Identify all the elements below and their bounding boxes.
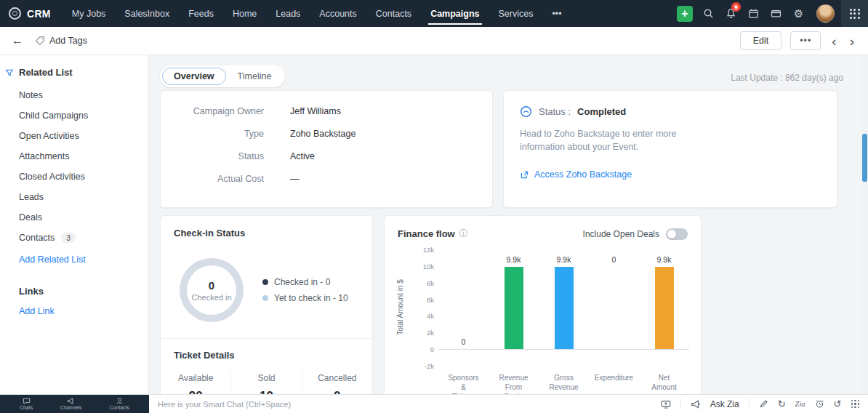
- nav-item-more[interactable]: •••: [542, 0, 571, 27]
- sidebar-item-contacts[interactable]: Contacts 3: [0, 228, 148, 248]
- nav-item-accounts[interactable]: Accounts: [310, 0, 366, 27]
- notification-count-badge: 9: [731, 2, 741, 12]
- tag-icon: [35, 36, 45, 46]
- history-icon[interactable]: ↺: [834, 399, 842, 409]
- sidebar-item-open-activities[interactable]: Open Activities: [0, 126, 148, 146]
- sidebar-item-attachments[interactable]: Attachments: [0, 146, 148, 167]
- finance-chart-bar[interactable]: [555, 267, 574, 349]
- tab-overview[interactable]: Overview: [162, 68, 226, 85]
- separator: [749, 398, 750, 409]
- detail-value-type[interactable]: Zoho Backstage: [290, 129, 355, 139]
- zia-icon[interactable]: Zia: [795, 400, 805, 408]
- dock-label: Chats: [20, 405, 33, 411]
- sidebar-item-label: Deals: [19, 212, 42, 222]
- related-list-title: Related List: [19, 67, 73, 78]
- chat-apps-grid-icon[interactable]: [851, 400, 860, 409]
- nav-item-home[interactable]: Home: [223, 0, 266, 27]
- detail-row: Campaign Owner Jeff Williams: [161, 106, 492, 116]
- checkin-status-card: Check-in Status 0 Checked in Checked in …: [160, 215, 373, 394]
- finance-chart-category-label: Sponsors&Tickets: [438, 373, 489, 394]
- finance-chart-bar[interactable]: [505, 267, 523, 349]
- add-related-list-link[interactable]: Add Related List: [0, 248, 148, 271]
- announcement-icon[interactable]: [691, 399, 701, 409]
- megaphone-icon: [67, 397, 75, 405]
- brand-name: CRM: [27, 8, 51, 20]
- tab-timeline[interactable]: Timeline: [226, 68, 284, 85]
- finance-chart-value-label: 9.9k: [657, 255, 672, 264]
- user-avatar[interactable]: [816, 4, 835, 23]
- more-actions-button[interactable]: •••: [790, 31, 821, 50]
- backstage-status-label: Status :: [539, 106, 571, 117]
- nav-item-feeds[interactable]: Feeds: [179, 0, 223, 27]
- finance-chart-value-label: 9.9k: [557, 255, 571, 264]
- nav-item-leads[interactable]: Leads: [266, 0, 310, 27]
- last-update-text: Last Update : 862 day(s) ago: [731, 73, 843, 83]
- finance-chart-yticks: 12k10k8k6k4k2k0-2k: [406, 246, 434, 377]
- payments-card-icon[interactable]: [765, 0, 787, 27]
- nav-item-campaigns[interactable]: Campaigns: [421, 0, 489, 27]
- vertical-scrollbar-thumb[interactable]: [862, 134, 867, 182]
- sidebar-item-label: Leads: [19, 192, 44, 202]
- previous-record-button[interactable]: ‹: [829, 34, 838, 48]
- contacts-count-badge: 3: [61, 233, 76, 243]
- navbar-actions: + 9 ⚙: [672, 0, 868, 27]
- nav-item-my-jobs[interactable]: My Jobs: [63, 0, 116, 27]
- dock-item-chats[interactable]: Chats: [20, 397, 33, 411]
- brand[interactable]: CRM: [0, 7, 63, 20]
- edit-button[interactable]: Edit: [740, 31, 782, 50]
- ticket-details-title: Ticket Details: [161, 350, 372, 361]
- ask-zia-button[interactable]: Ask Zia: [710, 399, 739, 409]
- checkin-donut-chart[interactable]: 0 Checked in: [180, 258, 244, 322]
- access-backstage-link[interactable]: Access Zoho Backstage: [520, 169, 821, 180]
- sidebar-item-closed-activities[interactable]: Closed Activities: [0, 167, 148, 187]
- dock-item-channels[interactable]: Channels: [60, 397, 82, 411]
- next-record-button[interactable]: ›: [848, 34, 856, 48]
- add-link-link[interactable]: Add Link: [0, 300, 148, 323]
- search-icon[interactable]: [697, 0, 720, 27]
- alarm-clock-icon[interactable]: [815, 399, 824, 409]
- dock-item-contacts[interactable]: Contacts: [109, 397, 129, 411]
- add-tags-button[interactable]: Add Tags: [35, 36, 87, 46]
- finance-chart-value-label: 9.9k: [507, 255, 521, 264]
- finance-header: Finance flow ⓘ Include Open Deals: [398, 228, 688, 240]
- nav-item-salesinbox[interactable]: SalesInbox: [115, 0, 179, 27]
- back-button[interactable]: ←: [12, 34, 23, 47]
- finance-chart-bar[interactable]: [655, 267, 674, 349]
- filter-icon[interactable]: [5, 68, 14, 77]
- detail-value-status[interactable]: Active: [290, 151, 315, 161]
- detail-row: Type Zoho Backstage: [161, 129, 492, 139]
- apps-grid-icon[interactable]: [841, 0, 868, 27]
- sidebar-item-deals[interactable]: Deals: [0, 207, 148, 228]
- calendar-icon[interactable]: [742, 0, 765, 27]
- legend-label: Yet to check in - 10: [274, 293, 348, 303]
- settings-gear-icon[interactable]: ⚙: [787, 0, 810, 27]
- nav-item-services[interactable]: Services: [489, 0, 543, 27]
- app-window: CRM My Jobs SalesInbox Feeds Home Leads …: [0, 0, 868, 413]
- nav-item-contacts[interactable]: Contacts: [366, 0, 421, 27]
- finance-chart-plot: 09.9k9.9k09.9k: [438, 249, 689, 366]
- backstage-description: Head to Zoho Backstage to enter more inf…: [520, 127, 691, 153]
- finance-chart-ytick: 4k: [406, 312, 434, 320]
- quick-create-button[interactable]: +: [677, 6, 693, 22]
- detail-label: Campaign Owner: [161, 106, 264, 116]
- detail-label: Actual Cost: [161, 174, 264, 184]
- finance-chart-value-label: 0: [612, 255, 616, 264]
- related-list-sidebar: Related List Notes Child Campaigns Open …: [0, 55, 149, 394]
- checkin-body: 0 Checked in Checked in - 0 Yet to check…: [161, 238, 372, 338]
- notifications-bell-icon[interactable]: 9: [720, 0, 742, 27]
- sidebar-item-child-campaigns[interactable]: Child Campaigns: [0, 105, 148, 126]
- vertical-scrollbar[interactable]: [861, 55, 868, 394]
- sidebar-item-notes[interactable]: Notes: [0, 85, 148, 105]
- smart-chat-input[interactable]: [149, 395, 652, 413]
- page-body: Related List Notes Child Campaigns Open …: [0, 55, 868, 394]
- detail-value-campaign-owner[interactable]: Jeff Williams: [290, 106, 341, 116]
- info-icon[interactable]: ⓘ: [459, 228, 468, 240]
- refresh-icon[interactable]: ↻: [778, 399, 786, 409]
- compose-pen-icon[interactable]: [759, 399, 768, 409]
- screen-share-icon[interactable]: [661, 399, 671, 409]
- campaign-details-card: Campaign Owner Jeff Williams Type Zoho B…: [160, 90, 493, 208]
- detail-value-actual-cost[interactable]: —: [290, 174, 300, 184]
- include-open-deals-toggle[interactable]: [666, 228, 688, 240]
- sidebar-item-leads[interactable]: Leads: [0, 187, 148, 207]
- ticket-col-value: 90: [161, 389, 230, 394]
